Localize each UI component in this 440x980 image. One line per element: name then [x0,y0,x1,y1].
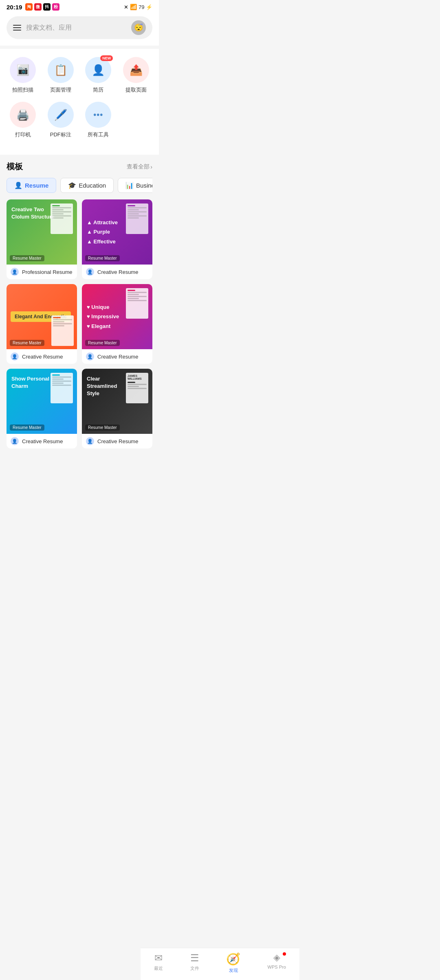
new-badge: NEW [100,55,113,61]
user-icon-2: 👤 [86,268,94,276]
pdf-label: PDF标注 [50,131,71,138]
extract-label: 提取页面 [125,86,147,94]
education-tab-icon: 🎓 [68,182,76,189]
scan-label: 拍照扫描 [12,86,33,94]
section-header: 模板 查看全部 › [7,161,152,172]
tool-extract[interactable]: 📤 提取页面 [123,57,149,94]
card-info-6: 👤 Creative Resume [82,434,152,448]
wifi-icon: 📶 [130,4,137,10]
card-name-5: Creative Resume [22,438,63,444]
tab-resume[interactable]: 👤 Resume [7,178,56,193]
template-card-1[interactable]: Creative TwoClolum Structure Resume Mast… [7,199,77,279]
user-icon-4: 👤 [86,352,94,361]
tab-filters: 👤 Resume 🎓 Education 📊 Business 📄 更多 [7,178,152,193]
badge-2: Resume Master [85,255,120,261]
more-dots-icon: ••• [93,110,103,120]
search-bar[interactable]: 搜索文档、应用 😴 [7,16,152,39]
doc-preview-6: JAMESWILLIAMS [126,373,148,403]
tools-row-1: ⬜ 📷 拍照扫描 📋 页面管理 👤 NEW 简历 📤 提取页面 [4,57,155,94]
tool-page-mgr[interactable]: 📋 页面管理 [48,57,74,94]
badge-4: Resume Master [85,340,120,346]
thumb-1: Creative TwoClolum Structure Resume Mast… [7,199,77,265]
thumb-4: ♥ Unique♥ Impressive♥ Elegant Resume Mas… [82,284,152,349]
doc-preview-5 [51,373,73,403]
resume-tab-icon: 👤 [14,182,22,189]
page-icon-wrap: 📋 [48,57,74,83]
view-all-button[interactable]: 查看全部 › [127,163,152,171]
template-card-6[interactable]: ClearStreamlinedStyle JAMESWILLIAMS Resu… [82,369,152,448]
print-label: 打印机 [15,131,31,138]
tool-print[interactable]: 🖨️ 打印机 [10,102,36,138]
tools-section: ⬜ 📷 拍照扫描 📋 页面管理 👤 NEW 简历 📤 提取页面 [0,49,159,155]
bottom-spacer [0,453,159,486]
card-name-6: Creative Resume [97,438,138,444]
status-app-icons: 淘 微 抖 粉 [25,3,59,11]
doc-preview-3 [51,315,74,346]
all-tools-label: 所有工具 [88,131,109,138]
page-mgr-label: 页面管理 [50,86,71,94]
thumb-2: ▲ Attractive▲ Purple▲ Effective Resume M… [82,199,152,265]
tool-pdf[interactable]: 🖊️ PDF标注 [48,102,74,138]
tool-all[interactable]: ••• 所有工具 [85,102,111,138]
doc-preview-1 [51,203,73,234]
template-grid: Creative TwoClolum Structure Resume Mast… [7,199,152,453]
status-time: 20:19 [7,4,22,11]
thumb-3: Elegant And Energetic Resume Master [7,284,77,349]
taobao-icon: 淘 [25,3,33,11]
template-card-2[interactable]: ▲ Attractive▲ Purple▲ Effective Resume M… [82,199,152,279]
weibo-icon: 微 [34,3,42,11]
resume-label: 简历 [93,86,103,94]
scan-icon-wrap: ⬜ 📷 [10,57,36,83]
business-tab-icon: 📊 [125,182,134,189]
template-card-3[interactable]: Elegant And Energetic Resume Master 👤 Cr… [7,284,77,364]
section-title: 模板 [7,161,23,172]
tools-row-2: 🖨️ 打印机 🖊️ PDF标注 ••• 所有工具 [4,102,155,138]
close-icon: ✕ [124,4,128,10]
status-bar: 20:19 淘 微 抖 粉 ✕ 📶 79 ⚡ [0,0,159,12]
user-icon-3: 👤 [11,352,19,361]
tool-resume[interactable]: 👤 NEW 简历 [85,57,111,94]
card-name-4: Creative Resume [97,354,138,360]
resume-icon-wrap: 👤 NEW [85,57,111,83]
tool-scan[interactable]: ⬜ 📷 拍照扫描 [10,57,36,94]
user-icon-1: 👤 [11,268,19,276]
badge-6: Resume Master [85,424,120,431]
avatar[interactable]: 😴 [131,20,146,35]
all-tools-icon-wrap: ••• [85,102,111,128]
template-card-5[interactable]: Show PersonalCharm Resume Master 👤 Creat… [7,369,77,448]
print-icon: 🖨️ [16,109,29,121]
badge-5: Resume Master [10,424,44,431]
extract-icon-wrap: 📤 [123,57,149,83]
card-info-3: 👤 Creative Resume [7,349,77,364]
hamburger-menu[interactable] [13,25,21,31]
badge-3: Resume Master [10,340,44,346]
search-placeholder: 搜索文档、应用 [26,24,126,32]
templates-section: 模板 查看全部 › 👤 Resume 🎓 Education 📊 Busines… [0,155,159,453]
card-name-2: Creative Resume [97,269,138,275]
card-info-4: 👤 Creative Resume [82,349,152,364]
tab-education[interactable]: 🎓 Education [60,178,114,193]
print-icon-wrap: 🖨️ [10,102,36,128]
tiktok-icon: 抖 [43,3,51,11]
pink-app-icon: 粉 [52,3,59,11]
card-info-5: 👤 Creative Resume [7,434,77,448]
doc-preview-2 [126,203,148,234]
badge-1: Resume Master [10,255,44,261]
tab-business[interactable]: 📊 Business [118,178,152,193]
user-icon-6: 👤 [86,437,94,445]
card-name-1: Professional Resume [22,269,73,275]
card-info-2: 👤 Creative Resume [82,265,152,279]
battery-icon: 79 ⚡ [139,4,152,10]
doc-preview-4 [126,288,148,319]
status-icons: ✕ 📶 79 ⚡ [124,4,152,10]
resume-icon: 👤 [92,64,105,77]
pdf-icon-wrap: 🖊️ [48,102,74,128]
card-info-1: 👤 Professional Resume [7,265,77,279]
spacer [123,102,149,138]
chevron-right-icon: › [150,164,152,170]
template-card-4[interactable]: ♥ Unique♥ Impressive♥ Elegant Resume Mas… [82,284,152,364]
card-name-3: Creative Resume [22,354,63,360]
thumb-6: ClearStreamlinedStyle JAMESWILLIAMS Resu… [82,369,152,434]
pdf-icon: 🖊️ [54,109,67,121]
thumb-5: Show PersonalCharm Resume Master [7,369,77,434]
